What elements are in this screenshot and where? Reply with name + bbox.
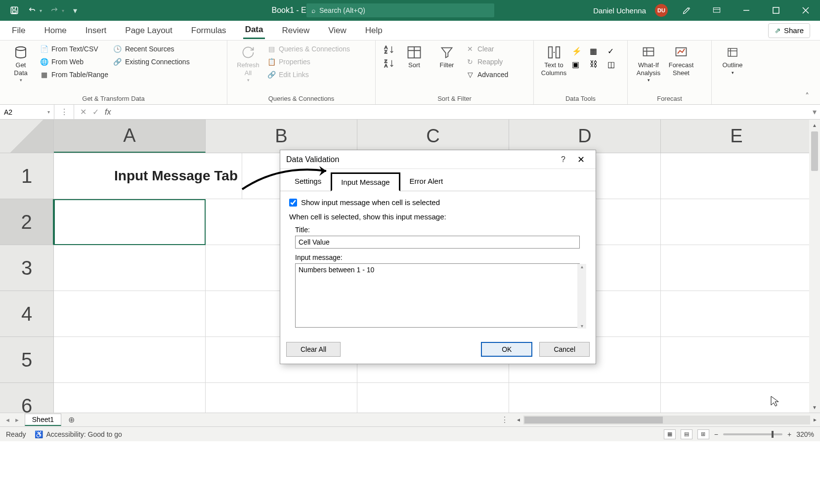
fx-icon[interactable]: fx [105,108,111,117]
show-input-message-checkbox[interactable]: Show input message when cell is selected [289,198,587,207]
hscroll-thumb[interactable] [524,417,663,423]
column-header-b[interactable]: B [206,120,357,153]
cell-e4[interactable] [661,291,813,337]
dialog-tab-input-message[interactable]: Input Message [331,172,400,191]
formula-bar-expand-button[interactable]: ▾ [809,105,820,119]
dialog-tab-settings[interactable]: Settings [285,172,331,191]
dialog-close-icon[interactable]: ✕ [572,154,590,165]
undo-dropdown-icon[interactable]: ▾ [40,8,42,13]
tab-file[interactable]: File [10,23,27,39]
formula-bar-input[interactable] [117,105,809,119]
redo-icon[interactable] [49,5,60,16]
input-message-textarea[interactable]: Numbers between 1 - 10 [295,263,580,328]
cell-b6[interactable] [206,383,357,413]
tab-insert[interactable]: Insert [84,23,109,39]
tab-formulas[interactable]: Formulas [189,23,228,39]
column-header-c[interactable]: C [357,120,509,153]
remove-duplicates-icon[interactable]: ▦ [590,46,603,56]
sort-asc-icon[interactable]: AZ [383,44,395,55]
cell-e6[interactable] [661,383,813,413]
text-to-columns-button[interactable]: Text to Columns [541,44,567,77]
select-all-corner[interactable] [0,120,54,153]
flash-fill-icon[interactable]: ⚡ [572,46,585,56]
cell-e5[interactable] [661,337,813,383]
forecast-sheet-button[interactable]: Forecast Sheet [667,44,695,77]
from-text-csv-button[interactable]: 📄From Text/CSV [40,44,108,53]
vertical-scrollbar[interactable]: ▲ ▼ [809,120,820,413]
what-if-analysis-button[interactable]: What-If Analysis ▾ [635,44,662,83]
checkbox-input[interactable] [289,199,297,207]
relationships-icon[interactable]: ⛓ [590,60,603,69]
page-break-view-icon[interactable]: ⊞ [697,429,709,439]
column-header-e[interactable]: E [661,120,813,153]
row-header-5[interactable]: 5 [0,337,54,383]
sheet-tab[interactable]: Sheet1 [25,414,61,426]
recent-sources-button[interactable]: 🕒Recent Sources [113,44,190,53]
cell-d6[interactable] [509,383,661,413]
consolidate-icon[interactable]: ▣ [572,60,585,69]
ok-button[interactable]: OK [481,342,532,357]
clear-all-button[interactable]: Clear All [286,342,341,357]
share-button[interactable]: ⇗ Share [768,23,810,38]
horizontal-scrollbar[interactable]: ◄ ► [514,416,820,424]
queries-connections-button[interactable]: ▤Queries & Connections [267,44,350,53]
add-sheet-button[interactable]: ⊕ [65,414,77,426]
dialog-tab-error-alert[interactable]: Error Alert [400,172,453,191]
qat-customize-icon[interactable]: ▾ [73,6,77,15]
scroll-thumb[interactable] [811,131,818,171]
sheet-nav-prev-icon[interactable]: ◄ [5,417,10,423]
undo-icon[interactable] [27,5,38,16]
textarea-scrollbar[interactable]: ▴▾ [577,264,586,329]
row-header-3[interactable]: 3 [0,245,54,291]
ink-icon[interactable] [677,0,697,21]
scroll-down-icon[interactable]: ▼ [809,402,820,413]
tab-split-icon[interactable]: ⋮ [77,415,514,424]
refresh-all-button[interactable]: Refresh All ▾ [234,44,262,83]
zoom-slider[interactable] [723,433,782,435]
collapse-ribbon-icon[interactable]: ˄ [805,91,813,99]
data-model-icon[interactable]: ◫ [607,60,620,69]
maximize-icon[interactable] [766,0,786,21]
cell-a3[interactable] [54,245,206,291]
user-avatar[interactable]: DU [655,4,668,17]
cell-e1[interactable] [661,153,813,199]
sheet-nav-next-icon[interactable]: ► [14,417,20,423]
cancel-button[interactable]: Cancel [539,342,590,357]
tab-view[interactable]: View [326,23,348,39]
cell-a6[interactable] [54,383,206,413]
tab-data[interactable]: Data [243,22,265,39]
scroll-right-icon[interactable]: ► [810,417,820,422]
sort-button[interactable]: Sort [400,44,428,69]
cell-a1[interactable]: Input Message Tab [54,153,242,199]
tab-home[interactable]: Home [42,23,68,39]
user-name[interactable]: Daniel Uchenna [593,6,646,15]
from-table-range-button[interactable]: ▦From Table/Range [40,70,108,79]
row-header-4[interactable]: 4 [0,291,54,337]
cell-a4[interactable] [54,291,206,337]
close-icon[interactable] [795,0,816,21]
cell-a2[interactable] [54,199,206,245]
tab-help[interactable]: Help [363,23,385,39]
scroll-left-icon[interactable]: ◄ [514,417,523,422]
data-validation-icon[interactable]: ✓ [607,46,620,56]
name-box[interactable]: A2 ▾ [0,105,54,119]
formula-bar-expand-icon[interactable]: ⋮ [54,105,74,119]
minimize-icon[interactable] [736,0,757,21]
get-data-button[interactable]: Get Data ▾ [7,44,35,83]
zoom-level[interactable]: 320% [796,430,814,438]
cell-e3[interactable] [661,245,813,291]
cell-a5[interactable] [54,337,206,383]
cancel-formula-icon[interactable]: ✕ [80,107,86,117]
tab-review[interactable]: Review [280,23,311,39]
advanced-filter-button[interactable]: ▽Advanced [466,70,508,79]
existing-connections-button[interactable]: 🔗Existing Connections [113,57,190,66]
ribbon-display-icon[interactable] [706,0,727,21]
filter-button[interactable]: Filter [433,44,461,69]
save-icon[interactable] [9,5,20,16]
enter-formula-icon[interactable]: ✓ [92,107,99,117]
row-header-2[interactable]: 2 [0,199,54,245]
title-input[interactable] [295,236,580,249]
cell-e2[interactable] [661,199,813,245]
zoom-out-icon[interactable]: − [714,430,718,438]
column-header-a[interactable]: A [54,120,206,153]
